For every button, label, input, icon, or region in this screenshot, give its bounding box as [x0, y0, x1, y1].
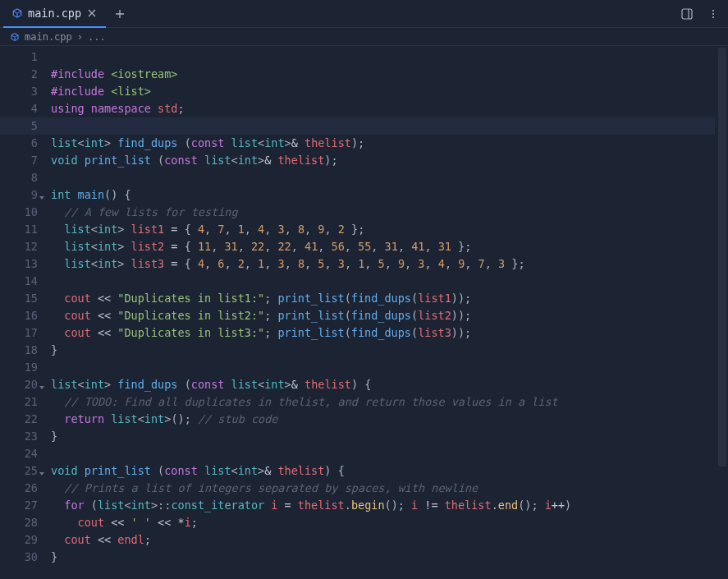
code-line[interactable]: // A few lists for testing — [51, 204, 728, 221]
panel-toggle-icon — [681, 8, 693, 20]
line-number: 22 — [0, 411, 38, 428]
code-line[interactable]: cout << endl; — [51, 531, 728, 549]
line-number: 21 — [0, 393, 38, 411]
breadcrumb-separator: › — [77, 31, 83, 43]
code-line[interactable]: for (list<int>::const_iterator i = theli… — [51, 497, 728, 514]
code-line[interactable] — [0, 117, 728, 135]
code-line[interactable]: cout << ' ' << *i; — [51, 514, 728, 531]
add-tab-button[interactable] — [109, 3, 130, 25]
code-line[interactable] — [51, 169, 728, 186]
code-line[interactable]: // TODO: Find all duplicates in thelist,… — [51, 393, 728, 411]
line-number: 8 — [0, 169, 38, 186]
tab-label: main.cpp — [28, 7, 81, 20]
line-number: 10 — [0, 204, 38, 221]
line-number: 14 — [0, 273, 38, 290]
line-number: 6 — [0, 135, 38, 152]
code-area[interactable]: #include <iostream>#include <list>using … — [46, 46, 728, 579]
code-line[interactable]: cout << "Duplicates in list3:"; print_li… — [51, 324, 728, 342]
tab-close-button[interactable] — [86, 7, 98, 19]
fold-chevron-icon[interactable] — [38, 190, 46, 198]
close-icon — [88, 9, 96, 17]
line-number: 5 — [0, 117, 38, 135]
line-number: 29 — [0, 531, 38, 549]
code-line[interactable] — [51, 48, 728, 66]
scrollbar[interactable] — [715, 46, 728, 579]
line-number: 2 — [0, 66, 38, 83]
breadcrumb: main.cpp › ... — [0, 28, 728, 46]
code-line[interactable] — [51, 359, 728, 376]
line-number: 15 — [0, 290, 38, 307]
editor[interactable]: 1234567891011121314151617181920212223242… — [0, 46, 728, 579]
line-number: 16 — [0, 307, 38, 324]
line-number: 27 — [0, 497, 38, 514]
code-line[interactable]: // Prints a list of integers separated b… — [51, 480, 728, 497]
line-number: 11 — [0, 221, 38, 238]
code-line[interactable]: list<int> list2 = { 11, 31, 22, 22, 41, … — [51, 238, 728, 255]
line-number: 4 — [0, 100, 38, 117]
line-number: 12 — [0, 238, 38, 255]
line-number: 28 — [0, 514, 38, 531]
line-number: 3 — [0, 83, 38, 100]
line-number: 23 — [0, 428, 38, 445]
panel-toggle-button[interactable] — [675, 2, 698, 25]
code-line[interactable] — [51, 273, 728, 290]
line-number: 7 — [0, 152, 38, 169]
code-line[interactable]: cout << "Duplicates in list1:"; print_li… — [51, 290, 728, 307]
code-line[interactable]: void print_list (const list<int>& thelis… — [51, 462, 728, 480]
line-number: 17 — [0, 324, 38, 342]
scrollbar-thumb[interactable] — [718, 48, 726, 466]
line-number: 25 — [0, 462, 38, 480]
code-line[interactable]: list<int> find_dups (const list<int>& th… — [51, 135, 728, 152]
code-line[interactable]: list<int> list1 = { 4, 7, 1, 4, 3, 8, 9,… — [51, 221, 728, 238]
code-line[interactable]: } — [51, 428, 728, 445]
svg-point-3 — [712, 12, 714, 14]
cpp-file-icon — [11, 7, 23, 19]
code-line[interactable]: using namespace std; — [51, 100, 728, 117]
fold-chevron-icon[interactable] — [38, 379, 46, 388]
code-line[interactable]: return list<int>(); // stub code — [51, 411, 728, 428]
code-line[interactable]: } — [51, 342, 728, 359]
breadcrumb-file[interactable]: main.cpp — [25, 31, 72, 43]
line-number: 1 — [0, 48, 38, 66]
plus-icon — [115, 9, 125, 19]
line-number: 24 — [0, 445, 38, 462]
line-number: 13 — [0, 255, 38, 273]
fold-chevron-icon[interactable] — [38, 466, 46, 474]
cpp-file-icon — [10, 32, 20, 42]
code-line[interactable] — [51, 445, 728, 462]
code-line[interactable]: #include <iostream> — [51, 66, 728, 83]
svg-point-2 — [712, 9, 714, 11]
code-line[interactable]: list<int> find_dups (const list<int>& th… — [51, 376, 728, 393]
more-actions-button[interactable] — [702, 2, 725, 25]
tab-main-cpp[interactable]: main.cpp — [3, 0, 106, 28]
line-number: 20 — [0, 376, 38, 393]
breadcrumb-scope[interactable]: ... — [88, 31, 106, 43]
code-line[interactable]: void print_list (const list<int>& thelis… — [51, 152, 728, 169]
code-line[interactable]: } — [51, 549, 728, 566]
code-line[interactable]: list<int> list3 = { 4, 6, 2, 1, 3, 8, 5,… — [51, 255, 728, 273]
line-number: 9 — [0, 186, 38, 204]
line-number: 30 — [0, 549, 38, 566]
line-number: 19 — [0, 359, 38, 376]
svg-point-4 — [712, 16, 714, 17]
svg-rect-0 — [682, 9, 692, 19]
code-line[interactable]: int main() { — [51, 186, 728, 204]
line-number: 18 — [0, 342, 38, 359]
line-number: 26 — [0, 480, 38, 497]
tab-bar: main.cpp — [0, 0, 728, 28]
more-icon — [707, 8, 719, 20]
code-line[interactable]: #include <list> — [51, 83, 728, 100]
code-line[interactable]: cout << "Duplicates in list2:"; print_li… — [51, 307, 728, 324]
